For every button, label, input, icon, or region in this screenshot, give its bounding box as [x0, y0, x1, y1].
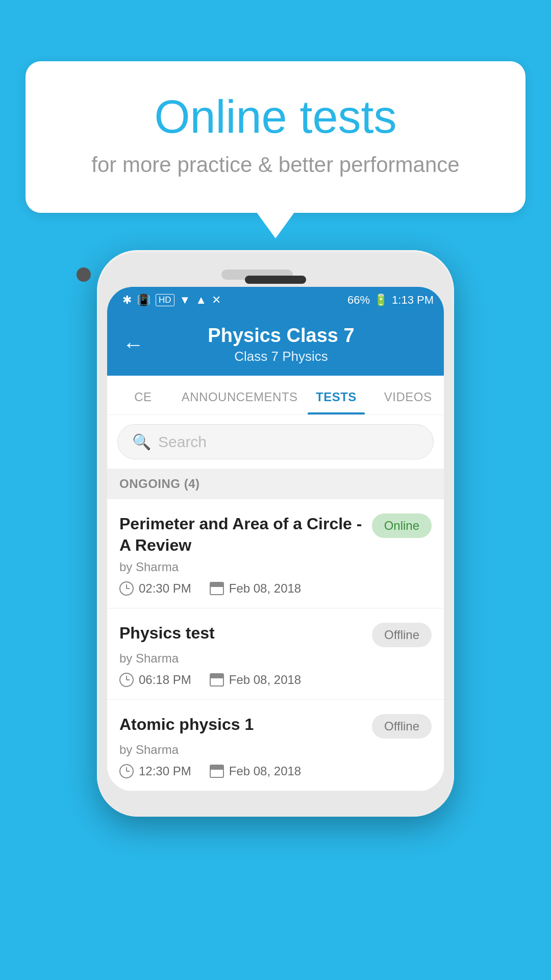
status-icons-left: ✱ 📳 HD ▼ ▲ ✕ — [122, 293, 221, 307]
signal-icon: ▲ — [195, 293, 207, 307]
clock-icon — [119, 764, 134, 778]
test-meta: 02:30 PM Feb 08, 2018 — [119, 581, 432, 596]
speech-bubble: Online tests for more practice & better … — [26, 61, 525, 213]
clock-icon — [119, 581, 134, 596]
phone-screen: ✱ 📳 HD ▼ ▲ ✕ 66% 🔋 1:13 PM ← Physics Cla… — [107, 287, 444, 791]
vibrate-icon: 📳 — [137, 293, 151, 307]
tab-ce[interactable]: CE — [107, 376, 179, 414]
bluetooth-icon: ✱ — [122, 293, 132, 307]
list-item[interactable]: Physics test Offline by Sharma 06:18 PM … — [107, 608, 444, 700]
test-title: Physics test — [119, 623, 364, 644]
tab-announcements[interactable]: ANNOUNCEMENTS — [179, 376, 300, 414]
phone-bottom-physical — [107, 791, 444, 806]
tabs-bar: CE ANNOUNCEMENTS TESTS VIDEOS — [107, 376, 444, 415]
phone-camera — [77, 267, 91, 282]
status-icons-right: 66% 🔋 1:13 PM — [347, 293, 434, 307]
tab-videos[interactable]: VIDEOS — [372, 376, 444, 414]
status-badge: Offline — [372, 714, 432, 739]
tab-tests[interactable]: TESTS — [300, 376, 372, 414]
search-placeholder: Search — [158, 433, 207, 451]
test-meta: 12:30 PM Feb 08, 2018 — [119, 764, 432, 778]
status-badge: Online — [372, 513, 432, 538]
calendar-icon — [210, 582, 224, 595]
breadcrumb: Class 7 Physics — [154, 349, 408, 364]
test-item-header: Perimeter and Area of a Circle - A Revie… — [119, 513, 432, 556]
test-date: Feb 08, 2018 — [210, 764, 301, 778]
test-item-header: Atomic physics 1 Offline — [119, 714, 432, 739]
screen-title: Physics Class 7 — [154, 325, 408, 347]
test-author: by Sharma — [119, 743, 432, 757]
test-meta: 06:18 PM Feb 08, 2018 — [119, 673, 432, 687]
phone-outer: ✱ 📳 HD ▼ ▲ ✕ 66% 🔋 1:13 PM ← Physics Cla… — [97, 250, 454, 817]
header-title-block: Physics Class 7 Class 7 Physics — [154, 325, 408, 364]
test-author: by Sharma — [119, 560, 432, 574]
test-time: 06:18 PM — [119, 673, 191, 687]
signal-x-icon: ✕ — [212, 293, 221, 307]
speech-bubble-container: Online tests for more practice & better … — [26, 61, 525, 213]
list-item[interactable]: Perimeter and Area of a Circle - A Revie… — [107, 499, 444, 608]
search-box[interactable]: 🔍 Search — [117, 424, 434, 459]
bubble-subtitle: for more practice & better performance — [66, 153, 485, 177]
test-title: Perimeter and Area of a Circle - A Revie… — [119, 513, 364, 556]
test-date: Feb 08, 2018 — [210, 673, 301, 687]
calendar-icon — [210, 765, 224, 778]
calendar-icon — [210, 673, 224, 687]
status-bar: ✱ 📳 HD ▼ ▲ ✕ 66% 🔋 1:13 PM — [107, 287, 444, 313]
test-author: by Sharma — [119, 651, 432, 666]
test-time: 02:30 PM — [119, 581, 191, 596]
bubble-title: Online tests — [66, 92, 485, 142]
test-date: Feb 08, 2018 — [210, 581, 301, 596]
phone-home-bar — [245, 276, 306, 284]
phone-container: ✱ 📳 HD ▼ ▲ ✕ 66% 🔋 1:13 PM ← Physics Cla… — [97, 250, 454, 817]
time-display: 1:13 PM — [392, 293, 434, 307]
search-container: 🔍 Search — [107, 415, 444, 469]
battery-icon: 🔋 — [374, 293, 388, 307]
hd-badge: HD — [156, 294, 174, 306]
clock-icon — [119, 673, 134, 687]
wifi-icon: ▼ — [180, 293, 191, 307]
list-item[interactable]: Atomic physics 1 Offline by Sharma 12:30… — [107, 700, 444, 791]
back-button[interactable]: ← — [122, 332, 144, 357]
test-list: Perimeter and Area of a Circle - A Revie… — [107, 499, 444, 791]
section-header: ONGOING (4) — [107, 469, 444, 499]
status-badge: Offline — [372, 623, 432, 647]
test-item-header: Physics test Offline — [119, 623, 432, 647]
battery-percent: 66% — [347, 293, 370, 307]
search-icon: 🔍 — [132, 433, 151, 451]
test-time: 12:30 PM — [119, 764, 191, 778]
app-header: ← Physics Class 7 Class 7 Physics — [107, 313, 444, 376]
test-title: Atomic physics 1 — [119, 714, 364, 736]
